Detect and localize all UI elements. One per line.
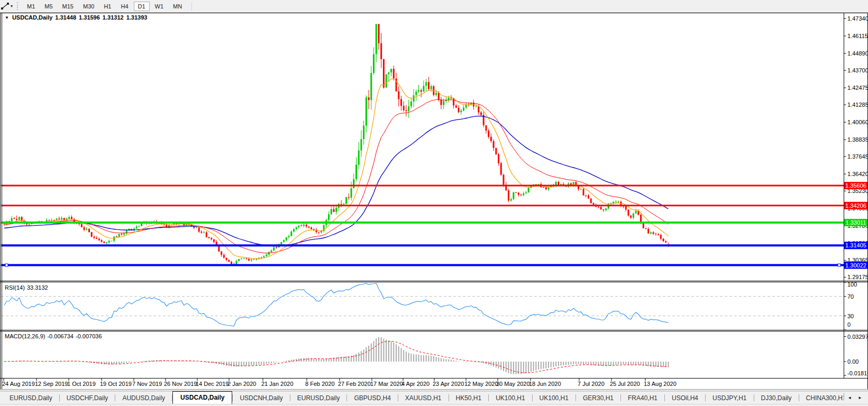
date-tick-label: 25 Jul 2020 (610, 381, 640, 387)
timeframe-button-d1[interactable]: D1 (134, 2, 150, 11)
price-tick-label: 1.37645 (847, 153, 868, 160)
macd-value: -0.006734 (47, 333, 74, 339)
chart-window-background (0, 13, 868, 389)
line-tool-icon (1, 2, 10, 10)
ohlc-low: 1.31312 (103, 14, 124, 21)
date-tick-label: 17 Mar 2020 (370, 381, 403, 387)
rsi-tick-label: 70 (847, 293, 854, 300)
date-tick-label: 13 Aug 2020 (644, 381, 677, 387)
price-badge-text: 1.33011 (846, 219, 866, 226)
line-studies-button[interactable]: ▾ (0, 1, 14, 11)
timeframe-button-w1[interactable]: W1 (151, 2, 168, 11)
rsi-value: 33.3132 (27, 284, 48, 291)
price-tick-label: 1.29175 (847, 274, 868, 280)
chart-title: ▼USDCAD,Daily1.314481.315961.313121.3139… (5, 14, 147, 21)
macd-signal-value: -0.007036 (76, 333, 102, 339)
app-window: ▾ M1M5M15M30H1H4D1W1MN 1.473401.461151.4… (0, 0, 868, 406)
timeframe-button-h4[interactable]: H4 (116, 2, 132, 11)
tab-china300-h1[interactable]: CHINA300,H1 (799, 392, 844, 404)
tab-usdcnh-daily[interactable]: USDCNH,Daily (233, 392, 289, 404)
chart-symbol-label: USDCAD,Daily (12, 14, 52, 21)
tab-eurusd-daily[interactable]: EURUSD,Daily (290, 392, 347, 404)
ohlc-high: 1.31596 (79, 14, 100, 21)
level-handle-left[interactable] (5, 264, 8, 266)
tab-xauusd-h1[interactable]: XAUUSD,H1 (398, 392, 449, 404)
timeframe-button-m15[interactable]: M15 (58, 2, 78, 11)
timeframe-button-m5[interactable]: M5 (40, 2, 57, 11)
rsi-tick-label: 0 (847, 321, 851, 328)
tab-ger30-h1[interactable]: GER30,H1 (576, 392, 620, 404)
date-tick-label: 19 Oct 2019 (100, 381, 132, 387)
price-tick-label: 1.46115 (847, 33, 868, 39)
timeframe-toolbar: ▾ M1M5M15M30H1H4D1W1MN (0, 0, 868, 13)
chart-tabs-bar: EURUSD,DailyUSDCHF,DailyAUDUSD,DailyUSDC… (0, 391, 868, 404)
rsi-tick-label: 30 (847, 313, 854, 319)
price-tick-label: 1.40060 (847, 119, 868, 125)
date-tick-label: 7 Nov 2019 (132, 381, 162, 387)
price-badge-text: 1.31405 (845, 242, 866, 248)
ohlc-close: 1.31393 (126, 14, 148, 21)
date-tick-label: 4 Apr 2020 (401, 381, 430, 387)
rsi-tick-label: 100 (847, 281, 857, 288)
date-tick-label: 7 Jul 2020 (578, 381, 605, 387)
tab-usdcad-daily[interactable]: USDCAD,Daily (172, 391, 232, 404)
date-tick-label: 23 Apr 2020 (433, 381, 464, 387)
timeframe-button-m1[interactable]: M1 (23, 2, 39, 11)
collapse-triangle-icon[interactable]: ▼ (5, 15, 9, 20)
price-badge-text: 1.30022 (845, 262, 866, 269)
timeframe-button-mn[interactable]: MN (169, 2, 186, 11)
date-tick-label: 26 Nov 2019 (164, 381, 197, 387)
tab-scroll-right-icon[interactable]: ► (855, 393, 865, 403)
tab-uk100-h1[interactable]: UK100,H1 (533, 392, 575, 404)
chart-tabs: EURUSD,DailyUSDCHF,DailyAUDUSD,DailyUSDC… (0, 391, 844, 404)
date-tick-label: 24 Aug 2019 (2, 381, 35, 387)
macd-name: MACD(12,26,9) (5, 333, 45, 339)
tab-audusd-daily[interactable]: AUDUSD,Daily (115, 392, 172, 404)
level-handle-right[interactable] (838, 264, 840, 266)
dropdown-caret-icon: ▾ (11, 4, 13, 8)
tab-gbpusd-h4[interactable]: GBPUSD,H4 (347, 392, 397, 404)
tab-uk100-h1[interactable]: UK100,H1 (489, 392, 532, 404)
tab-usdjpy-h1[interactable]: USDJPY,H1 (706, 392, 753, 404)
price-tick-label: 1.47340 (847, 15, 868, 22)
tab-eurusd-daily[interactable]: EURUSD,Daily (3, 392, 59, 404)
price-tick-label: 1.36420 (847, 171, 868, 177)
timeframe-button-m30[interactable]: M30 (79, 2, 98, 11)
timeframe-button-h1[interactable]: H1 (99, 2, 115, 11)
date-tick-label: 30 May 2020 (496, 381, 530, 387)
price-badge-text: 1.35606 (845, 182, 866, 189)
tab-scroll-controls: ◄ ► (844, 391, 868, 404)
tab-fra40-h1[interactable]: FRA40,H1 (621, 392, 664, 404)
macd-tick-label: 0.032972 (847, 334, 868, 340)
macd-tick-label: 0.00 (847, 358, 858, 365)
toolbar-grip-handle[interactable] (17, 2, 18, 10)
price-badge-text: 1.34206 (845, 202, 866, 209)
rsi-name: RSI(14) (5, 284, 25, 291)
tab-usoil-h4[interactable]: USOil,H4 (665, 392, 705, 404)
timeframe-buttons: M1M5M15M30H1H4D1W1MN (22, 2, 187, 11)
date-tick-label: 14 Dec 2019 (196, 381, 229, 387)
date-tick-label: 12 May 2020 (464, 381, 498, 387)
macd-tick-label: -0.018154 (847, 370, 868, 376)
macd-label: MACD(12,26,9)-0.006734-0.007036 (5, 333, 104, 339)
ohlc-open: 1.31448 (55, 14, 76, 21)
date-tick-label: 12 Sep 2019 (35, 381, 68, 387)
tab-hk50-h1[interactable]: HK50,H1 (449, 392, 489, 404)
tab-dj30-daily[interactable]: DJ30,Daily (754, 392, 799, 404)
chart-canvas[interactable]: 1.473401.461151.448901.437001.424751.412… (0, 0, 868, 406)
date-tick-label: 2 Jan 2020 (227, 381, 256, 387)
toolbar-separator (191, 2, 192, 11)
price-tick-label: 1.42475 (847, 85, 868, 91)
price-tick-label: 1.38835 (847, 136, 868, 143)
date-tick-label: 27 Feb 2020 (338, 381, 371, 387)
date-tick-label: 21 Jan 2020 (261, 381, 294, 387)
bottom-strip (0, 404, 868, 406)
tab-usdchf-daily[interactable]: USDCHF,Daily (60, 392, 115, 404)
date-tick-label: 8 Feb 2020 (305, 381, 335, 387)
date-tick-label: 18 Jun 2020 (529, 381, 561, 387)
price-tick-label: 1.43700 (847, 67, 868, 73)
price-tick-label: 1.41285 (847, 102, 868, 108)
tab-scroll-left-icon[interactable]: ◄ (844, 393, 855, 403)
date-tick-label: 1 Oct 2019 (67, 381, 96, 387)
rsi-label: RSI(14)33.3132 (5, 284, 50, 291)
